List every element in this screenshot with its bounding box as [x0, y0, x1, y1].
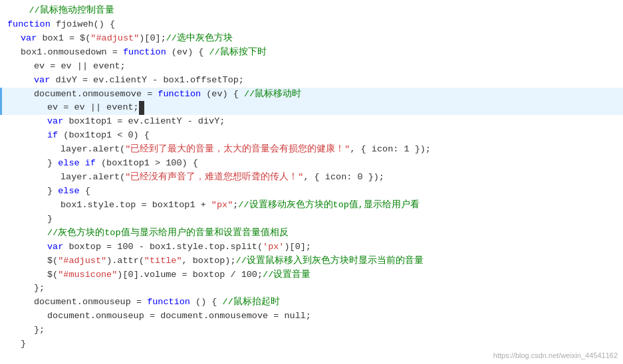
code-token: 'px' [263, 240, 284, 254]
code-line: function fjoiweh() { [0, 18, 623, 32]
code-line: }; [0, 323, 623, 337]
code-token: "title" [144, 254, 182, 268]
code-line: } else if (box1top1 > 100) { [0, 157, 623, 171]
code-token: function [123, 46, 166, 60]
code-token: "#adjust" [58, 254, 106, 268]
code-token: $( [47, 254, 58, 268]
code-token: boxtop = 100 - box1.style.top.split( [63, 240, 263, 254]
code-token: divY = ev.clientY - box1.offsetTop; [50, 74, 244, 88]
code-token: (ev) { [166, 46, 209, 60]
code-token: } [47, 213, 53, 227]
code-line: //鼠标拖动控制音量 [0, 4, 623, 18]
code-token: ev = ev || event; [34, 60, 126, 74]
code-token: document.onmouseup = document.onmousemov… [47, 310, 311, 323]
code-line: layer.alert("已经没有声音了，难道您想听聋的传人！", { icon… [0, 171, 623, 185]
code-token: fjoiweh() { [51, 18, 115, 32]
code-token: //鼠标按下时 [209, 46, 267, 60]
code-token: "#musicone" [58, 268, 117, 282]
code-line: if (box1top1 < 0) { [0, 129, 623, 143]
code-token: )[0]; [139, 32, 166, 46]
code-line: document.onmousemove = function (ev) { /… [0, 88, 623, 102]
code-token: }; [34, 323, 45, 337]
code-token: ev = ev || event; [47, 101, 139, 115]
code-line: var boxtop = 100 - box1.style.top.split(… [0, 240, 623, 254]
code-token: box1top1 = ev.clientY - divY; [63, 115, 225, 129]
code-line: $("#adjust").attr("title", boxtop);//设置鼠… [0, 254, 623, 268]
code-token: { [80, 185, 90, 199]
code-token: (box1top1 < 0) { [58, 129, 150, 143]
code-token: )[0]; [284, 240, 311, 254]
code-token: (box1top1 > 100) { [96, 157, 198, 171]
code-line: //灰色方块的top值与显示给用户的音量和设置音量值相反 [0, 227, 623, 240]
code-token: "已经到了最大的音量，太大的音量会有损您的健康！" [125, 143, 350, 157]
code-token: //设置鼠标移入到灰色方块时显示当前的音量 [236, 254, 424, 268]
code-token: () { [190, 296, 223, 310]
code-container: //鼠标拖动控制音量function fjoiweh() {var box1 =… [0, 0, 623, 364]
code-token: //选中灰色方块 [166, 32, 233, 46]
code-token: box1 = $( [37, 32, 90, 46]
code-token: } [21, 337, 26, 351]
code-line: } [0, 337, 623, 351]
code-token: else if [58, 157, 96, 171]
code-token: layer.alert( [61, 143, 125, 157]
code-line: box1.onmousedown = function (ev) { //鼠标按… [0, 46, 623, 60]
code-token: function [147, 296, 190, 310]
code-token: )[0].volume = boxtop / 100; [117, 268, 263, 282]
code-token: var [47, 240, 63, 254]
code-token: , { icon: 1 }); [350, 143, 431, 157]
code-token: } [47, 157, 58, 171]
code-token: document.onmouseup = [34, 296, 147, 310]
code-token: "px" [211, 199, 233, 213]
code-token: "已经没有声音了，难道您想听聋的传人！" [125, 171, 303, 185]
code-token: "#adjust" [90, 32, 139, 46]
code-line: }; [0, 282, 623, 296]
code-token: , boxtop); [182, 254, 236, 268]
code-token: var [21, 32, 37, 46]
code-token: function [158, 88, 201, 102]
code-token: (ev) { [201, 88, 244, 102]
code-token: //灰色方块的top值与显示给用户的音量和设置音量值相反 [47, 227, 289, 240]
code-line: layer.alert("已经到了最大的音量，太大的音量会有损您的健康！", {… [0, 143, 623, 157]
code-line: var divY = ev.clientY - box1.offsetTop; [0, 74, 623, 88]
code-line: ev = ev || event; [0, 101, 623, 115]
code-token: $( [47, 268, 58, 282]
code-token: box1.style.top = box1top1 + [61, 199, 211, 213]
code-token: var [34, 74, 50, 88]
code-line: } [0, 213, 623, 227]
code-line: $("#musicone")[0].volume = boxtop / 100;… [0, 268, 623, 282]
code-line: document.onmouseup = function () { //鼠标抬… [0, 296, 623, 310]
code-token: box1.onmousedown = [21, 46, 123, 60]
code-token: ; [233, 199, 238, 213]
code-token: document.onmousemove = [34, 88, 158, 102]
code-token: else [58, 185, 79, 199]
code-token: //设置音量 [263, 268, 311, 282]
code-token: , { icon: 0 }); [303, 171, 384, 185]
code-token: }; [34, 282, 45, 296]
code-token: if [47, 129, 58, 143]
code-token: //鼠标抬起时 [223, 296, 280, 310]
code-line: ev = ev || event; [0, 60, 623, 74]
code-token: layer.alert( [61, 171, 125, 185]
cursor [139, 101, 144, 115]
code-token: //鼠标拖动控制音量 [7, 4, 114, 18]
watermark-text: https://blog.csdn.net/weixin_44541162 [493, 350, 618, 361]
code-token: } [47, 185, 58, 199]
code-token: //鼠标移动时 [244, 88, 301, 102]
code-token: function [7, 18, 51, 32]
code-line: var box1top1 = ev.clientY - divY; [0, 115, 623, 129]
code-line: } else { [0, 185, 623, 199]
code-line: box1.style.top = box1top1 + "px";//设置移动灰… [0, 199, 623, 213]
code-line: var box1 = $("#adjust")[0];//选中灰色方块 [0, 32, 623, 46]
code-token: //设置移动灰色方块的top值,显示给用户看 [238, 199, 420, 213]
code-line: document.onmouseup = document.onmousemov… [0, 310, 623, 323]
code-token: var [47, 115, 63, 129]
code-token: ).attr( [106, 254, 144, 268]
